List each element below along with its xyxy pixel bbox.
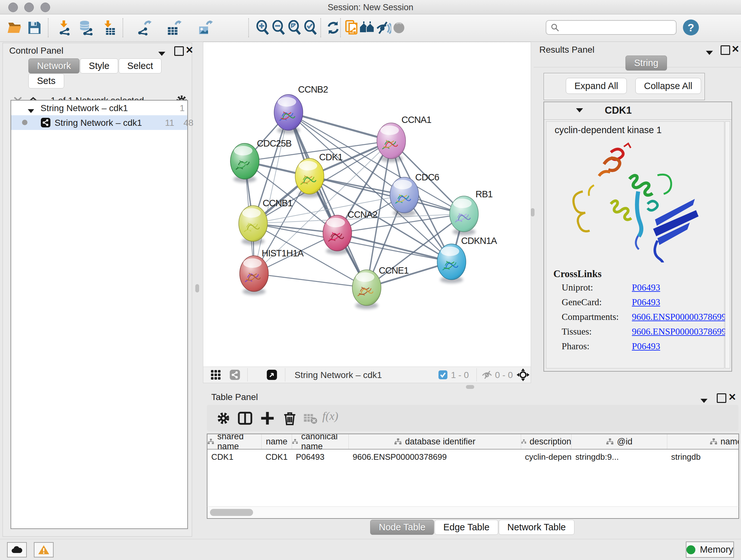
hidden-eye-icon[interactable] [482, 370, 492, 381]
expand-all-button[interactable]: Expand All [566, 78, 627, 94]
clone-network-icon[interactable] [345, 20, 360, 36]
node-table: shared namenamecanonical namedatabase id… [207, 434, 739, 507]
network-row-selected[interactable]: String Network – cdk1 11 48 [11, 115, 187, 130]
show-columns-icon[interactable] [238, 411, 253, 426]
crosslink-link[interactable]: 9606.ENSP00000378699 [632, 326, 726, 337]
selected-checkbox-icon[interactable] [438, 370, 448, 381]
table-toolbar: f(x) [207, 405, 738, 431]
tab-node-table[interactable]: Node Table [370, 520, 434, 535]
tab-string[interactable]: String [625, 56, 667, 71]
scrollbar-thumb[interactable] [210, 509, 253, 516]
panel-menu-icon[interactable] [700, 395, 708, 405]
crosslink-link[interactable]: 9606.ENSP00000378699 [632, 312, 726, 322]
table-tabs: Node TableEdge TableNetwork Table [207, 520, 738, 535]
export-image-icon[interactable] [198, 20, 213, 36]
crosslink-row: Uniprot:P06493 [562, 282, 724, 297]
horizontal-splitter-handle[interactable] [466, 385, 474, 389]
zoom-in-icon[interactable] [255, 20, 271, 36]
tree-expand-icon[interactable] [28, 105, 34, 115]
panel-close-icon[interactable]: ✕ [731, 45, 739, 53]
tab-style[interactable]: Style [80, 58, 118, 73]
fit-content-crosshair-icon[interactable] [517, 368, 529, 382]
panel-close-icon[interactable]: ✕ [728, 393, 736, 401]
panel-close-icon[interactable]: ✕ [185, 46, 193, 54]
selected-count-label: 1 - 0 [451, 370, 469, 380]
node-label-hist1h1a: HIST1H1A [262, 248, 304, 258]
cloud-status-button[interactable] [7, 542, 27, 557]
column-header--id[interactable]: @id [571, 434, 667, 449]
save-session-icon[interactable] [27, 20, 42, 36]
table-row[interactable]: CDK1CDK1P064939606.ENSP00000378699cyclin… [207, 449, 738, 463]
import-network-from-file-icon[interactable] [57, 20, 72, 36]
column-header-canonical-name[interactable]: canonical name [292, 434, 349, 449]
node-ccne1[interactable]: CCNE1 [352, 265, 408, 306]
warnings-button[interactable] [34, 542, 54, 557]
node-cdkn1a[interactable]: CDKN1A [437, 236, 497, 280]
tab-network[interactable]: Network [28, 58, 79, 73]
add-column-icon[interactable] [260, 411, 275, 426]
import-network-from-database-icon[interactable] [78, 20, 94, 36]
panel-menu-icon[interactable] [158, 48, 165, 58]
network-current-dot-icon [22, 120, 27, 125]
home-icon[interactable] [359, 20, 375, 36]
node-hist1h1a[interactable]: HIST1H1A [240, 248, 304, 292]
node-label-cdc25b: CDC25B [257, 138, 291, 148]
zoom-selected-icon[interactable] [303, 20, 319, 36]
show-all-icon[interactable] [391, 20, 407, 36]
table-options-gear-icon[interactable] [216, 411, 231, 426]
crosslink-label: Tissues: [562, 326, 592, 337]
search-input[interactable] [546, 20, 677, 35]
results-vertical-scrollbar[interactable] [725, 121, 730, 368]
table-panel: Table Panel ✕ f(x) shared namenamecanoni… [207, 389, 738, 535]
panel-float-icon[interactable] [721, 45, 730, 57]
hide-selected-icon[interactable] [376, 20, 391, 36]
panel-float-icon[interactable] [174, 46, 184, 58]
column-header-description[interactable]: description [521, 434, 571, 449]
collapse-protein-icon[interactable] [576, 108, 583, 114]
tab-select[interactable]: Select [119, 58, 162, 73]
edge-CCNB2-CCNE1[interactable] [288, 112, 367, 288]
zoom-out-icon[interactable] [271, 20, 286, 36]
column-header-namespace[interactable]: namespace [667, 434, 739, 449]
table-cell: cyclin-dependent ... [521, 449, 571, 463]
import-table-from-file-icon[interactable] [101, 20, 116, 36]
tab-network-table[interactable]: Network Table [499, 520, 575, 535]
column-header-database-identifier[interactable]: database identifier [349, 434, 521, 449]
delete-column-icon[interactable] [282, 411, 297, 426]
toolbar-separator [248, 18, 249, 37]
column-header-shared-name[interactable]: shared name [207, 434, 262, 449]
network-tree: String Network – cdk1 1 String Network –… [10, 100, 188, 529]
network-thumbnail-icon[interactable] [229, 369, 240, 381]
node-cdk1[interactable]: CDK1 [295, 152, 342, 194]
refresh-icon[interactable] [326, 20, 341, 36]
crosslink-link[interactable]: P06493 [632, 297, 660, 307]
vertical-splitter-handle[interactable] [195, 284, 199, 293]
node-cdc6[interactable]: CDC6 [390, 172, 439, 213]
status-bar: Memory [0, 539, 741, 560]
node-rb1[interactable]: RB1 [450, 189, 492, 232]
collapse-all-button[interactable]: Collapse All [635, 78, 701, 94]
node-ccna1[interactable]: CCNA1 [377, 115, 431, 159]
network-collection-row[interactable]: String Network – cdk1 1 [11, 101, 187, 115]
tab-sets[interactable]: Sets [28, 73, 64, 88]
tab-edge-table[interactable]: Edge Table [434, 520, 498, 535]
export-table-icon[interactable] [166, 20, 182, 36]
node-label-ccnb1: CCNB1 [263, 198, 292, 208]
grid-layout-icon[interactable] [210, 369, 221, 381]
open-session-icon[interactable] [7, 20, 22, 36]
network-canvas[interactable]: CCNB2CCNA1CDC25BCDK1CDC6RB1CCNB1CCNA2CDK… [203, 42, 531, 367]
panel-menu-icon[interactable] [706, 47, 713, 57]
crosslink-row: GeneCard:P06493 [562, 297, 724, 312]
crosslink-link[interactable]: P06493 [632, 282, 660, 293]
birdseye-view-icon[interactable] [266, 369, 277, 381]
memory-button[interactable]: Memory [686, 542, 734, 558]
table-horizontal-scrollbar[interactable] [207, 506, 739, 519]
export-network-icon[interactable] [137, 20, 152, 36]
panel-float-icon[interactable] [717, 393, 726, 405]
help-icon[interactable]: ? [683, 19, 699, 36]
column-header-name[interactable]: name [262, 434, 292, 449]
footer-separator [247, 368, 248, 381]
edge-HIST1H1A-CCNE1[interactable] [254, 273, 367, 288]
zoom-fit-icon[interactable] [287, 20, 302, 36]
crosslink-link[interactable]: P06493 [632, 341, 660, 352]
